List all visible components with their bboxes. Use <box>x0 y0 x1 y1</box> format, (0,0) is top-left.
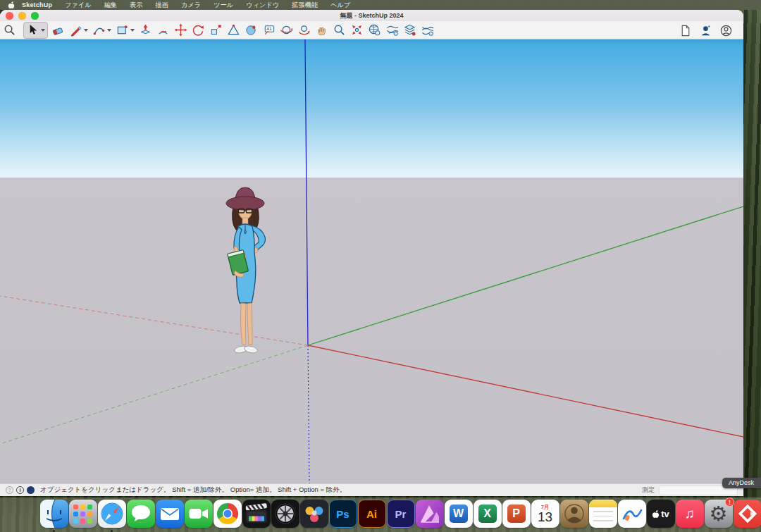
chrome-icon[interactable] <box>214 500 242 528</box>
dock-item-finder[interactable] <box>39 500 68 532</box>
person-figure[interactable] <box>211 183 282 359</box>
dock-item-safari[interactable] <box>97 500 126 532</box>
music-icon[interactable]: ♫ <box>676 500 704 528</box>
notes-icon[interactable] <box>589 500 617 528</box>
dock-item-premiere-pro[interactable]: Pr <box>386 500 415 532</box>
shapes-tool-button[interactable] <box>115 23 135 38</box>
davinci-resolve-icon[interactable] <box>300 500 328 528</box>
paint-bucket-tool-button[interactable] <box>244 23 259 38</box>
menu-item-sketchup[interactable]: SketchUp <box>20 1 58 8</box>
model-viewport[interactable] <box>0 39 743 483</box>
tape-measure-icon <box>227 23 240 37</box>
dock-item-affinity[interactable] <box>415 500 444 532</box>
signed-in-user-icon <box>699 24 712 37</box>
dock-item-system-settings[interactable]: ⚙1 <box>704 500 733 532</box>
notification-badge: 1 <box>725 497 734 507</box>
text-tool-button[interactable]: A1 <box>261 23 276 38</box>
sandbox-contours-tool-button[interactable] <box>385 23 400 38</box>
dock-item-excel[interactable]: X <box>473 500 502 532</box>
account-tool-button[interactable] <box>719 23 734 38</box>
menu-item-window[interactable]: ウィンドウ <box>240 1 285 10</box>
mail-icon[interactable] <box>156 500 184 528</box>
chevron-down-icon[interactable] <box>107 29 111 32</box>
dock-item-calendar[interactable]: 7月13 <box>531 500 559 532</box>
title-bar[interactable]: 無題 - SketchUp 2024 <box>0 10 743 21</box>
pan-tool-button[interactable] <box>314 23 329 38</box>
line-tool-button[interactable] <box>68 23 89 38</box>
anydesk-icon[interactable] <box>734 500 761 528</box>
dock-item-apple-tv[interactable]: tv <box>646 500 675 532</box>
select-tool-button[interactable] <box>23 22 48 39</box>
chevron-down-icon[interactable] <box>41 29 45 32</box>
dock-item-davinci-resolve[interactable] <box>299 500 328 532</box>
launchpad-icon[interactable] <box>69 500 97 528</box>
new-document-tool-button[interactable] <box>678 23 693 38</box>
dock-item-illustrator[interactable]: Ai <box>357 500 386 532</box>
chevron-down-icon[interactable] <box>84 29 88 32</box>
premiere-pro-icon[interactable]: Pr <box>387 500 415 528</box>
orbit-tool-button[interactable] <box>279 23 294 38</box>
menu-item-draw[interactable]: 描画 <box>149 1 175 10</box>
safari-icon[interactable] <box>98 500 126 528</box>
eraser-tool-button[interactable] <box>51 23 66 38</box>
final-cut-pro-icon[interactable] <box>242 500 271 528</box>
dock-item-freeform[interactable] <box>617 500 646 532</box>
excel-icon[interactable]: X <box>474 500 502 528</box>
menu-item-help[interactable]: ヘルプ <box>324 1 357 10</box>
dock-item-photoshop[interactable]: Ps <box>328 500 357 532</box>
photoshop-icon[interactable]: Ps <box>329 500 357 528</box>
look-around-tool-button[interactable] <box>297 23 311 38</box>
dock-item-messages[interactable] <box>126 500 155 532</box>
chevron-down-icon[interactable] <box>130 29 135 32</box>
anydesk-overlay-tab[interactable]: AnyDesk <box>722 478 761 488</box>
arc-tool-button[interactable] <box>92 23 112 38</box>
zoom-extents-tool-button[interactable] <box>349 23 364 38</box>
messages-icon[interactable] <box>127 500 155 528</box>
search-tool-button[interactable] <box>2 23 17 38</box>
freeform-icon[interactable] <box>618 500 646 528</box>
dock-item-compressor[interactable] <box>271 500 299 532</box>
contacts-icon[interactable] <box>560 500 588 528</box>
word-icon[interactable]: W <box>445 500 473 528</box>
calendar-icon[interactable]: 7月13 <box>531 500 559 528</box>
layers-stack-tool-button[interactable] <box>402 23 417 38</box>
dock-item-music[interactable]: ♫ <box>675 500 704 532</box>
signed-in-user-tool-button[interactable] <box>698 23 713 38</box>
powerpoint-icon[interactable]: P <box>502 500 531 528</box>
offset-tool-button[interactable] <box>156 23 171 38</box>
dock-item-anydesk[interactable] <box>733 500 761 532</box>
dock-item-notes[interactable] <box>588 500 617 532</box>
dock-item-word[interactable]: W <box>444 500 473 532</box>
menu-item-file[interactable]: ファイル <box>58 1 98 10</box>
affinity-icon[interactable] <box>416 500 444 528</box>
3d-warehouse-tool-button[interactable] <box>367 23 382 38</box>
tape-measure-tool-button[interactable] <box>226 23 241 38</box>
move-tool-button[interactable] <box>173 23 188 38</box>
help-icon[interactable]: ? <box>6 486 13 494</box>
sandbox-smoove-tool-button[interactable] <box>420 23 435 38</box>
menu-item-edit[interactable]: 編集 <box>98 1 123 10</box>
illustrator-icon[interactable]: Ai <box>358 500 386 528</box>
dock-item-facetime[interactable] <box>184 500 213 532</box>
scale-tool-button[interactable] <box>209 23 223 38</box>
finder-icon[interactable] <box>40 500 68 528</box>
dock-item-launchpad[interactable] <box>68 500 97 532</box>
facetime-icon[interactable] <box>185 500 213 528</box>
apple-logo-icon[interactable] <box>8 1 15 9</box>
rotate-tool-button[interactable] <box>191 23 206 38</box>
dock-item-mail[interactable] <box>155 500 184 532</box>
menu-item-view[interactable]: 表示 <box>123 1 149 10</box>
dock-item-chrome[interactable] <box>213 500 242 532</box>
geolocation-icon[interactable] <box>27 486 35 494</box>
dock-item-powerpoint[interactable]: P <box>502 500 531 532</box>
menu-item-tools[interactable]: ツール <box>207 1 240 10</box>
dock-item-final-cut-pro[interactable] <box>242 500 271 532</box>
apple-tv-icon[interactable]: tv <box>647 500 675 528</box>
zoom-tool-button[interactable] <box>332 23 347 38</box>
instructor-icon[interactable]: i <box>16 486 24 494</box>
dock-item-contacts[interactable] <box>559 500 588 532</box>
menu-item-camera[interactable]: カメラ <box>175 1 207 10</box>
menu-item-extensions[interactable]: 拡張機能 <box>285 1 324 10</box>
compressor-icon[interactable] <box>271 500 299 528</box>
push-pull-tool-button[interactable] <box>138 23 153 38</box>
